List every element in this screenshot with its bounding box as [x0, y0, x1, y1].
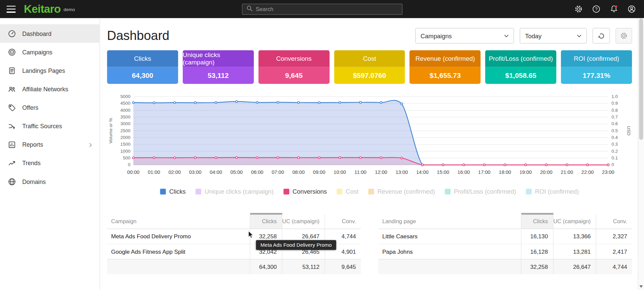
svg-text:11:00: 11:00: [354, 170, 367, 175]
campaigns-icon: [8, 48, 16, 56]
logo-text: Keitaro: [24, 3, 61, 14]
global-search: [242, 3, 402, 14]
dashboard-chart: 0500100015002000250030003500400045005000…: [107, 93, 632, 180]
svg-text:14:00: 14:00: [416, 170, 429, 175]
scrollbar-down-arrow-icon[interactable]: [639, 285, 643, 288]
grouping-select[interactable]: Campaigns: [415, 28, 514, 44]
svg-text:19:00: 19:00: [519, 170, 532, 175]
metric-label: Unique clicks (campaign): [183, 50, 254, 67]
sidebar-item-label: Traffic Sources: [22, 123, 62, 130]
sidebar-item-affiliate-networks[interactable]: Affiliate Networks: [0, 80, 99, 98]
legend-swatch: [284, 189, 289, 194]
legend-swatch: [160, 189, 166, 194]
sidebar-item-offers[interactable]: Offers: [0, 98, 99, 117]
sidebar-item-label: Landings Pages: [22, 67, 65, 74]
column-header-clicks[interactable]: Clicks: [521, 214, 553, 229]
row-conv: 2,417: [596, 244, 632, 259]
svg-text:00:00: 00:00: [127, 170, 139, 175]
row-clicks: 16,128: [521, 244, 553, 259]
sidebar-item-trends[interactable]: Trends: [0, 154, 99, 172]
svg-text:22:00: 22:00: [582, 170, 594, 175]
topbar: Keitaro demo ?: [0, 0, 644, 18]
metric-card-cost[interactable]: Cost$597.0760: [334, 50, 405, 84]
summary-tables: CampaignClicksUC (campaign)Conv.Meta Ads…: [107, 213, 632, 274]
keitaro-dashboard-page: Keitaro demo ? DashboardCampaignsLandin: [0, 0, 644, 290]
chevron-down-icon: [577, 34, 581, 37]
svg-text:3500: 3500: [120, 114, 130, 119]
legend-swatch: [196, 189, 201, 194]
legend-item-clicks[interactable]: Clicks: [160, 188, 186, 195]
sidebar-item-campaigns[interactable]: Campaigns: [0, 43, 99, 61]
column-header-uc-campaign[interactable]: UC (campaign): [553, 214, 596, 229]
legend-item-roi-confirmed[interactable]: ROI (confirmed): [526, 188, 579, 195]
legend-item-revenue-confirmed[interactable]: Revenue (confirmed): [368, 188, 435, 195]
metric-label: Clicks: [107, 50, 178, 67]
svg-text:1000: 1000: [120, 149, 130, 154]
row-name[interactable]: Meta Ads Food Delivery Promo: [107, 229, 250, 244]
svg-text:21:00: 21:00: [561, 170, 573, 175]
svg-text:1500: 1500: [120, 142, 130, 147]
scrollbar-thumb[interactable]: [639, 18, 643, 140]
sidebar-item-domains[interactable]: Domains: [0, 172, 99, 191]
column-header-conv[interactable]: Conv.: [325, 214, 361, 229]
logo[interactable]: Keitaro demo: [24, 3, 75, 14]
row-name[interactable]: Papa Johns: [378, 244, 521, 259]
svg-text:12:00: 12:00: [375, 170, 387, 175]
sidebar-item-landings-pages[interactable]: Landings Pages: [0, 61, 99, 80]
search-input[interactable]: [256, 6, 398, 12]
svg-text:3000: 3000: [120, 121, 130, 126]
row-name[interactable]: Google Ads Fitness App Split: [107, 244, 250, 259]
metric-cards: Clicks64,300Unique clicks (campaign)53,1…: [107, 50, 632, 84]
metric-card-unique-clicks-campaign[interactable]: Unique clicks (campaign)53,112: [183, 50, 254, 84]
svg-text:0.6: 0.6: [611, 121, 618, 126]
date-range-select-value: Today: [525, 32, 542, 39]
table-row[interactable]: Papa Johns16,12813,2812,417: [378, 244, 632, 259]
svg-text:5000: 5000: [120, 94, 130, 99]
column-header-uc-campaign[interactable]: UC (campaign): [282, 214, 325, 229]
legend-label: ROI (confirmed): [535, 188, 579, 195]
gear-icon: [620, 32, 628, 40]
column-header-conv[interactable]: Conv.: [596, 214, 632, 229]
user-account-icon[interactable]: [627, 4, 637, 14]
column-header-clicks[interactable]: Clicks: [250, 214, 282, 229]
hover-tooltip: Meta Ads Food Delivery Promo: [256, 240, 336, 250]
legend-swatch: [526, 189, 531, 194]
refresh-button[interactable]: [593, 28, 610, 44]
svg-text:0.5: 0.5: [611, 128, 618, 133]
notifications-bell-icon[interactable]: [609, 4, 619, 14]
legend-item-cost[interactable]: Cost: [337, 188, 358, 195]
sidebar-item-reports[interactable]: Reports: [0, 135, 99, 154]
env-label: demo: [63, 7, 75, 12]
metric-card-conversions[interactable]: Conversions9,645: [258, 50, 330, 84]
legend-item-conversions[interactable]: Conversions: [284, 188, 327, 195]
affiliates-icon: [8, 85, 16, 93]
totals-uc: 26,647: [553, 259, 596, 274]
sidebar-item-label: Trends: [22, 160, 41, 166]
legend-item-profit-loss-confirmed[interactable]: Profit/Loss (confirmed): [445, 188, 516, 195]
metric-card-clicks[interactable]: Clicks64,300: [107, 50, 178, 84]
svg-text:07:00: 07:00: [272, 170, 284, 175]
metric-card-roi-confirmed[interactable]: ROI (confirmed)177.31%: [561, 50, 632, 84]
sidebar-item-dashboard[interactable]: Dashboard: [0, 24, 99, 43]
legend-swatch: [368, 189, 374, 194]
column-header-campaign[interactable]: Campaign: [107, 214, 250, 229]
legend-label: Revenue (confirmed): [377, 188, 435, 195]
legend-item-unique-clicks-campaign[interactable]: Unique clicks (campaign): [196, 188, 273, 195]
column-header-landing-page[interactable]: Landing page: [378, 214, 521, 229]
svg-text:0.1: 0.1: [611, 155, 618, 160]
hamburger-menu-button[interactable]: [7, 6, 16, 13]
help-icon[interactable]: ?: [591, 4, 601, 14]
date-range-select[interactable]: Today: [520, 28, 587, 44]
page-scrollbar[interactable]: [638, 18, 644, 290]
dashboard-settings-button[interactable]: [615, 28, 632, 44]
svg-text:05:00: 05:00: [230, 170, 243, 175]
row-name[interactable]: Little Caesars: [378, 229, 521, 244]
settings-gear-icon[interactable]: [574, 4, 584, 14]
sidebar-item-traffic-sources[interactable]: Traffic Sources: [0, 117, 99, 135]
metric-card-profit-loss-confirmed[interactable]: Profit/Loss (confirmed)$1,058.65: [485, 50, 557, 84]
metric-label: Revenue (confirmed): [410, 50, 481, 67]
svg-text:1.0: 1.0: [611, 94, 618, 99]
metric-card-revenue-confirmed[interactable]: Revenue (confirmed)$1,655.73: [410, 50, 481, 84]
svg-text:0.4: 0.4: [611, 135, 618, 140]
table-row[interactable]: Little Caesars16,13013,3662,327: [378, 229, 632, 244]
